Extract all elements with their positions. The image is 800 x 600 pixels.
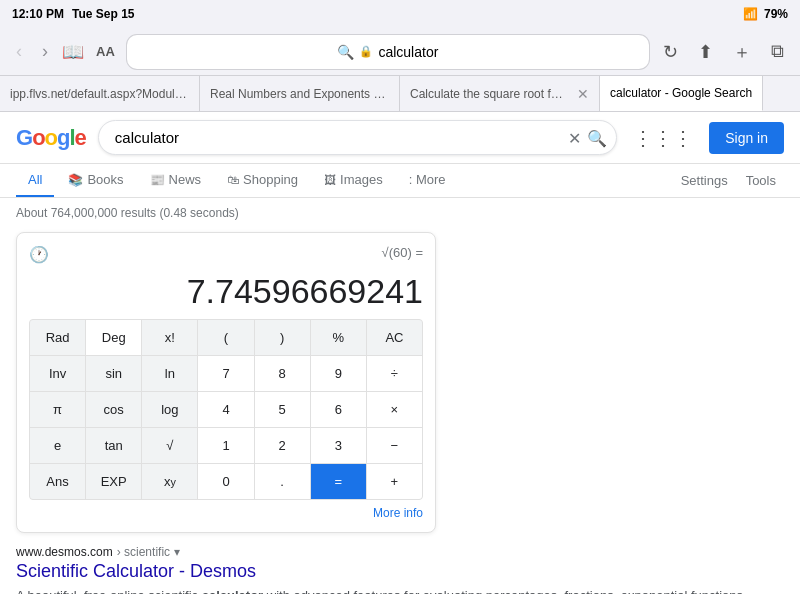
calc-more-info[interactable]: More info [29, 506, 423, 520]
calc-btn-close-paren[interactable]: ) [255, 320, 310, 355]
nav-tab-books[interactable]: 📚 Books [56, 164, 135, 197]
result-desmos: www.desmos.com › scientific ▾ Scientific… [16, 545, 784, 594]
calc-btn-divide[interactable]: ÷ [367, 356, 422, 391]
calc-btn-7[interactable]: 7 [198, 356, 253, 391]
date: Tue Sep 15 [72, 7, 134, 21]
text-size-button[interactable]: AA [92, 44, 119, 59]
results-area: About 764,000,000 results (0.48 seconds)… [0, 198, 800, 594]
calc-btn-factorial[interactable]: x! [142, 320, 197, 355]
calc-display: 7.74596669241 [29, 268, 423, 319]
calc-btn-9[interactable]: 9 [311, 356, 366, 391]
tab-square-root[interactable]: Calculate the square root for eac... ✕ [400, 76, 600, 111]
share-button[interactable]: ⬆ [692, 37, 719, 67]
sign-in-button[interactable]: Sign in [709, 122, 784, 154]
calc-btn-power[interactable]: xy [142, 464, 197, 499]
result-desmos-url: www.desmos.com › scientific ▾ [16, 545, 784, 559]
result-desmos-desc: A beautiful, free online scientific calc… [16, 586, 784, 594]
calc-expression: √(60) = [382, 245, 423, 260]
nav-tab-images[interactable]: 🖼 Images [312, 164, 395, 197]
tools-link[interactable]: Tools [738, 165, 784, 196]
calc-btn-ac[interactable]: AC [367, 320, 422, 355]
calculator-widget: 🕐 √(60) = 7.74596669241 Rad Deg x! ( ) %… [16, 232, 436, 533]
result-desmos-title[interactable]: Scientific Calculator - Desmos [16, 561, 784, 582]
calc-btn-1[interactable]: 1 [198, 428, 253, 463]
nav-tab-news-label: News [169, 172, 202, 187]
back-button[interactable]: ‹ [10, 37, 28, 66]
google-logo: Google [16, 125, 86, 151]
lock-icon: 🔒 [359, 45, 373, 58]
calc-btn-log[interactable]: log [142, 392, 197, 427]
nav-tab-more[interactable]: : More [397, 164, 458, 197]
calc-btn-open-paren[interactable]: ( [198, 320, 253, 355]
browser-bar: ‹ › 📖 AA 🔍 🔒 calculator ↻ ⬆ ＋ ⧉ [0, 28, 800, 76]
nav-tab-all[interactable]: All [16, 164, 54, 197]
reader-mode-icon: 📖 [62, 41, 84, 63]
nav-tab-all-label: All [28, 172, 42, 187]
google-header: Google ✕ 🔍 ⋮⋮⋮ Sign in [0, 112, 800, 164]
calc-history-icon[interactable]: 🕐 [29, 245, 49, 264]
calc-btn-e[interactable]: e [30, 428, 85, 463]
calc-btn-dot[interactable]: . [255, 464, 310, 499]
search-input[interactable] [98, 120, 617, 155]
search-container: ✕ 🔍 [98, 120, 617, 155]
nav-tab-news[interactable]: 📰 News [138, 164, 214, 197]
nav-tab-shopping[interactable]: 🛍 Shopping [215, 164, 310, 197]
calc-btn-pi[interactable]: π [30, 392, 85, 427]
google-apps-icon[interactable]: ⋮⋮⋮ [629, 122, 697, 154]
calc-btn-0[interactable]: 0 [198, 464, 253, 499]
calc-btn-multiply[interactable]: × [367, 392, 422, 427]
tab-real-numbers[interactable]: Real Numbers and Exponents - 20... [200, 76, 400, 111]
calc-btn-5[interactable]: 5 [255, 392, 310, 427]
forward-button[interactable]: › [36, 37, 54, 66]
calc-btn-sqrt[interactable]: √ [142, 428, 197, 463]
calc-btn-deg[interactable]: Deg [86, 320, 141, 355]
calc-btn-cos[interactable]: cos [86, 392, 141, 427]
battery-icon: 79% [764, 7, 788, 21]
nav-tab-images-label: Images [340, 172, 383, 187]
nav-tab-more-label: : More [409, 172, 446, 187]
result-desmos-domain: www.desmos.com [16, 545, 113, 559]
tab-calculator[interactable]: calculator - Google Search [600, 76, 763, 111]
calc-btn-sin[interactable]: sin [86, 356, 141, 391]
tabs-button[interactable]: ⧉ [765, 37, 790, 66]
result-desmos-path: › scientific [117, 545, 170, 559]
calc-btn-8[interactable]: 8 [255, 356, 310, 391]
status-bar: 12:10 PM Tue Sep 15 📶 79% [0, 0, 800, 28]
nav-tab-shopping-label: Shopping [243, 172, 298, 187]
calc-btn-6[interactable]: 6 [311, 392, 366, 427]
calc-btn-percent[interactable]: % [311, 320, 366, 355]
search-submit-icon[interactable]: 🔍 [587, 128, 607, 147]
url-text: calculator [378, 44, 438, 60]
search-icon: 🔍 [337, 44, 354, 60]
calc-btn-ln[interactable]: ln [142, 356, 197, 391]
calc-btn-3[interactable]: 3 [311, 428, 366, 463]
calc-btn-tan[interactable]: tan [86, 428, 141, 463]
calc-btn-ans[interactable]: Ans [30, 464, 85, 499]
calc-btn-inv[interactable]: Inv [30, 356, 85, 391]
calc-btn-equals[interactable]: = [311, 464, 366, 499]
tab-close-icon[interactable]: ✕ [577, 86, 589, 102]
wifi-icon: 📶 [743, 7, 758, 21]
calc-btn-2[interactable]: 2 [255, 428, 310, 463]
tab-flvs[interactable]: ipp.flvs.net/default.aspx?Module... [0, 76, 200, 111]
nav-tabs: All 📚 Books 📰 News 🛍 Shopping 🖼 Images :… [0, 164, 800, 198]
new-tab-button[interactable]: ＋ [727, 36, 757, 68]
url-bar[interactable]: 🔍 🔒 calculator [127, 35, 649, 69]
results-count: About 764,000,000 results (0.48 seconds) [16, 206, 784, 220]
calc-header: 🕐 √(60) = [29, 245, 423, 264]
time: 12:10 PM [12, 7, 64, 21]
calc-btn-4[interactable]: 4 [198, 392, 253, 427]
calc-btn-exp[interactable]: EXP [86, 464, 141, 499]
settings-link[interactable]: Settings [673, 165, 736, 196]
nav-tab-books-label: Books [87, 172, 123, 187]
calc-btn-plus[interactable]: + [367, 464, 422, 499]
search-clear-icon[interactable]: ✕ [568, 128, 581, 147]
tabs-bar: ipp.flvs.net/default.aspx?Module... Real… [0, 76, 800, 112]
calc-btn-rad[interactable]: Rad [30, 320, 85, 355]
calc-btn-minus[interactable]: − [367, 428, 422, 463]
result-desmos-dropdown[interactable]: ▾ [174, 545, 180, 559]
reload-button[interactable]: ↻ [657, 37, 684, 67]
